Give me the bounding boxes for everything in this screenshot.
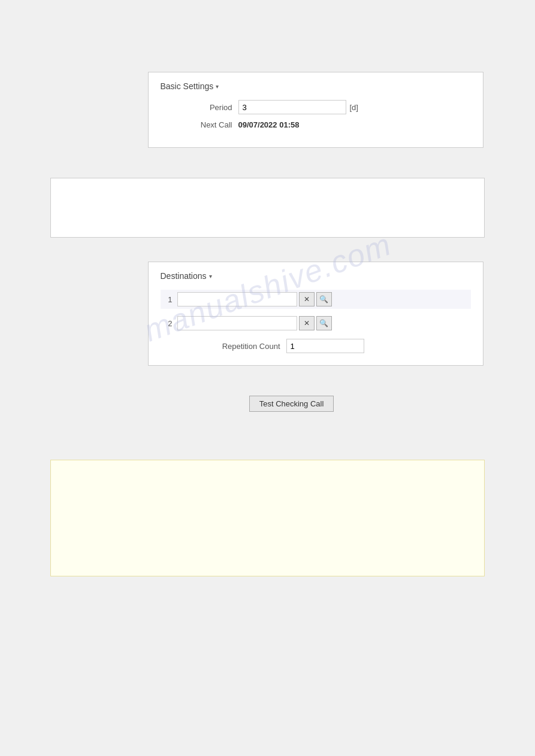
test-checking-call-button[interactable]: Test Checking Call [249,396,334,412]
destination-row-2: 2 ✕ 🔍 [161,314,471,333]
destination-input-1[interactable] [177,292,297,306]
period-input[interactable] [238,100,346,114]
yellow-content-box [50,460,485,576]
dest-number-2: 2 [161,319,173,328]
destination-row-1: 1 ✕ 🔍 [161,290,471,309]
dest-number-1: 1 [161,295,173,304]
destination-clear-btn-2[interactable]: ✕ [299,316,315,330]
basic-settings-chevron: ▾ [216,83,219,90]
destinations-chevron: ▾ [209,273,212,280]
destinations-title: Destinations [161,271,207,281]
period-unit: [d] [350,103,358,112]
basic-settings-section: Basic Settings ▾ Period [d] Next Call 09… [148,72,483,148]
test-call-section: Test Checking Call [36,396,535,412]
period-row: Period [d] [161,100,471,114]
repetition-row: Repetition Count [161,339,471,353]
destination-input-2[interactable] [177,316,297,330]
next-call-row: Next Call 09/07/2022 01:58 [161,120,471,129]
basic-settings-header[interactable]: Basic Settings ▾ [161,81,471,91]
destination-search-btn-2[interactable]: 🔍 [316,316,332,330]
gray-content-box [50,178,485,238]
next-call-label: Next Call [161,120,232,129]
repetition-input[interactable] [286,339,364,353]
destinations-header[interactable]: Destinations ▾ [161,271,471,281]
destination-clear-btn-1[interactable]: ✕ [299,292,315,306]
destination-search-btn-1[interactable]: 🔍 [316,292,332,306]
repetition-label: Repetition Count [161,342,280,351]
destinations-section: Destinations ▾ 1 ✕ 🔍 2 ✕ 🔍 Repetition Co… [148,262,483,366]
basic-settings-title: Basic Settings [161,81,214,91]
period-label: Period [161,103,232,112]
next-call-value: 09/07/2022 01:58 [238,120,300,129]
